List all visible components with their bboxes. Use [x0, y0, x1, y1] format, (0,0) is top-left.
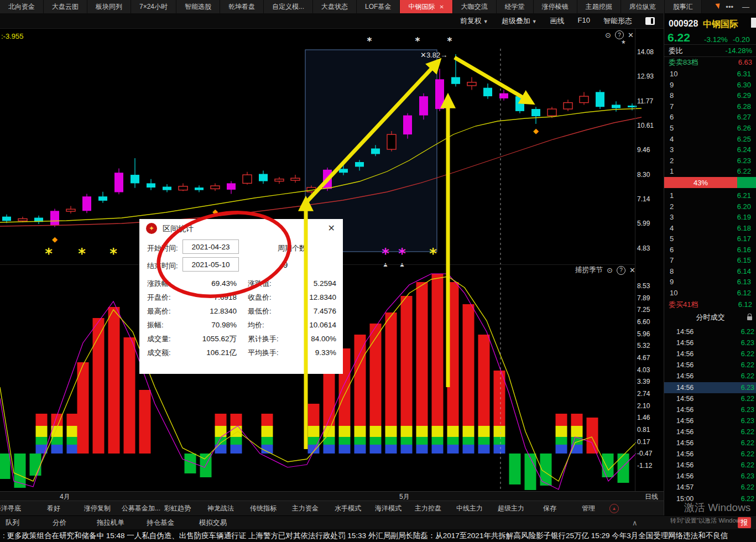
bid-row: 26.20 — [664, 201, 756, 212]
ask-price: 6.24 — [737, 144, 751, 155]
tick-time: 14:56 — [676, 337, 694, 348]
panel-corner-button[interactable] — [751, 18, 756, 28]
tick-row: 14:566.22 — [664, 371, 756, 382]
bottom-tab-海洋寻底[interactable]: 海洋寻底 — [0, 501, 21, 516]
top-tab-大盘云图[interactable]: 大盘云图 — [44, 0, 87, 13]
top-tab-主题挖掘[interactable]: 主题挖掘 — [577, 0, 621, 13]
top-tab-大咖交流[interactable]: 大咖交流 — [453, 0, 497, 13]
bottom-tab2-拖拉机单[interactable]: 拖拉机单 — [97, 516, 124, 530]
tab-overflow-icon[interactable]: ••• — [726, 3, 733, 11]
bottom-tab-公募基金加...[interactable]: 公募基金加... — [122, 501, 160, 516]
lock-icon[interactable] — [747, 316, 752, 320]
y-axis-divider — [635, 29, 635, 491]
settings-icon[interactable]: ⊙ — [605, 31, 611, 39]
tick-price: 6.22 — [741, 326, 754, 337]
bottom-tab2-持仓基金[interactable]: 持仓基金 — [147, 516, 174, 530]
bottom-tab-彩虹趋势[interactable]: 彩虹趋势 — [164, 501, 191, 516]
ask-price: 6.23 — [737, 155, 751, 166]
tick-price: 6.22 — [741, 426, 754, 437]
bottom-tab-管理[interactable]: 管理 — [582, 501, 595, 516]
ask-level: 6 — [670, 112, 674, 123]
bottom-tab-涨停复制[interactable]: 涨停复制 — [84, 501, 111, 516]
ask-price: 6.30 — [737, 80, 751, 91]
start-date-label: 开始时间: — [147, 243, 178, 253]
top-tab-智能选股[interactable]: 智能选股 — [176, 0, 220, 13]
bottom-tab2-分价[interactable]: 分价 — [53, 516, 66, 530]
top-tab-label: 智能选股 — [185, 2, 211, 12]
bottom-tab-保存[interactable]: 保存 — [543, 501, 556, 516]
bottom-tab2-模拟交易[interactable]: 模拟交易 — [199, 516, 227, 530]
top-tab-自定义模...[interactable]: 自定义模... — [264, 0, 313, 13]
tick-time: 14:56 — [676, 326, 694, 337]
dialog-stat-row: 成交量:1055.62万累计换手:84.00% — [139, 332, 343, 346]
toolbar-item-F10[interactable]: F10 — [578, 16, 590, 26]
ask-level: 10 — [670, 69, 677, 80]
start-date-input[interactable]: 2021-04-23 — [183, 239, 239, 254]
close-pane-icon[interactable]: ✕ — [628, 31, 634, 39]
top-tab-经学堂[interactable]: 经学堂 — [497, 0, 534, 13]
ask-price: 6.25 — [737, 134, 751, 145]
toolbar-item-超级叠加[interactable]: 超级叠加▼ — [502, 16, 537, 26]
top-tab-股事汇[interactable]: 股事汇 — [665, 0, 702, 13]
pane2-title: 捕捞季节 — [575, 265, 603, 275]
tick-row: 14:566.23 — [664, 471, 756, 482]
top-tab-北向资金[interactable]: 北向资金 — [0, 0, 44, 13]
top-tab-涨停棱镜[interactable]: 涨停棱镜 — [534, 0, 577, 13]
top-tab-乾坤看盘[interactable]: 乾坤看盘 — [220, 0, 264, 13]
minimize-icon[interactable]: — — [742, 3, 749, 11]
dialog-title: 区间统计 — [163, 224, 194, 234]
end-date-input[interactable]: 2021-05-10 — [183, 257, 239, 272]
windows-watermark-line1: 激活 Windows — [684, 501, 750, 515]
bottom-tab-水手模式[interactable]: 水手模式 — [335, 501, 361, 516]
tick-time: 14:56 — [676, 449, 694, 460]
bid-price: 6.16 — [737, 244, 751, 256]
top-tab-大盘状态[interactable]: 大盘状态 — [313, 0, 357, 13]
dialog-close-icon[interactable]: ✕ — [328, 223, 335, 233]
bottom-tab-神龙战法[interactable]: 神龙战法 — [207, 501, 234, 516]
bottom-tab-传统指标[interactable]: 传统指标 — [250, 501, 277, 516]
top-tab-席位纵览[interactable]: 席位纵览 — [621, 0, 665, 13]
bid-price: 6.21 — [737, 190, 751, 201]
settings-icon[interactable]: ⊙ — [607, 266, 613, 274]
favorite-star-icon[interactable]: * — [622, 39, 625, 50]
last-price: 6.22 — [668, 31, 690, 44]
bid-row: 96.13 — [664, 277, 756, 288]
bid-summary-row: 委买41档 6.12 — [664, 299, 756, 310]
tick-time: 14:56 — [676, 437, 694, 449]
help-icon[interactable]: ? — [615, 30, 624, 39]
tick-price: 6.22 — [741, 348, 754, 359]
tick-row: 14:566.22 — [664, 393, 756, 404]
ask-row: 26.23 — [664, 155, 756, 166]
tick-price: 6.23 — [741, 337, 754, 348]
close-pane-icon[interactable]: ✕ — [629, 266, 635, 274]
top-tab-label: 板块同列 — [96, 2, 122, 12]
collapse-chevron-icon[interactable]: ∧ — [632, 516, 638, 530]
help-icon[interactable]: ? — [617, 266, 625, 275]
bottom-tab-主力控盘[interactable]: 主力控盘 — [415, 501, 441, 516]
top-tab-LOF基金[interactable]: LOF基金 — [357, 0, 400, 13]
panel-toggle-icon[interactable] — [645, 17, 655, 25]
stat-label: 累计换手: — [248, 332, 279, 346]
bottom-tab-看好[interactable]: 看好 — [47, 501, 60, 516]
top-tab-中钢国际[interactable]: 中钢国际✕ — [400, 0, 452, 13]
bid-row: 66.16 — [664, 244, 756, 256]
windows-watermark-line2: 转到“设置”以激活 Windows。 — [670, 517, 749, 525]
secondary-tab-bar: ∧ 报 队列分价拖拉机单持仓基金模拟交易 — [0, 515, 756, 530]
collapse-circle-icon[interactable]: ▲ — [609, 504, 619, 513]
tick-time: 14:56 — [676, 359, 694, 371]
bottom-tab-海洋模式[interactable]: 海洋模式 — [375, 501, 402, 516]
tick-time: 14:56 — [676, 404, 694, 415]
stat-value: 12.8340 — [187, 304, 237, 318]
toolbar-item-画线[interactable]: 画线 — [550, 16, 565, 26]
change-value: -0.20 — [733, 35, 750, 44]
ask-level: 7 — [670, 101, 674, 112]
top-tab-7×24小时[interactable]: 7×24小时 — [131, 0, 176, 13]
toolbar-item-智能形态[interactable]: 智能形态 — [603, 16, 632, 26]
bottom-tab-超级主力[interactable]: 超级主力 — [498, 501, 524, 516]
bottom-tab-中线主力[interactable]: 中线主力 — [456, 501, 483, 516]
bottom-tab-主力资金[interactable]: 主力资金 — [292, 501, 319, 516]
toolbar-item-前复权[interactable]: 前复权▼ — [460, 16, 488, 26]
close-tab-icon[interactable]: ✕ — [439, 4, 444, 10]
bottom-tab2-队列[interactable]: 队列 — [6, 516, 19, 530]
top-tab-板块同列[interactable]: 板块同列 — [87, 0, 131, 13]
